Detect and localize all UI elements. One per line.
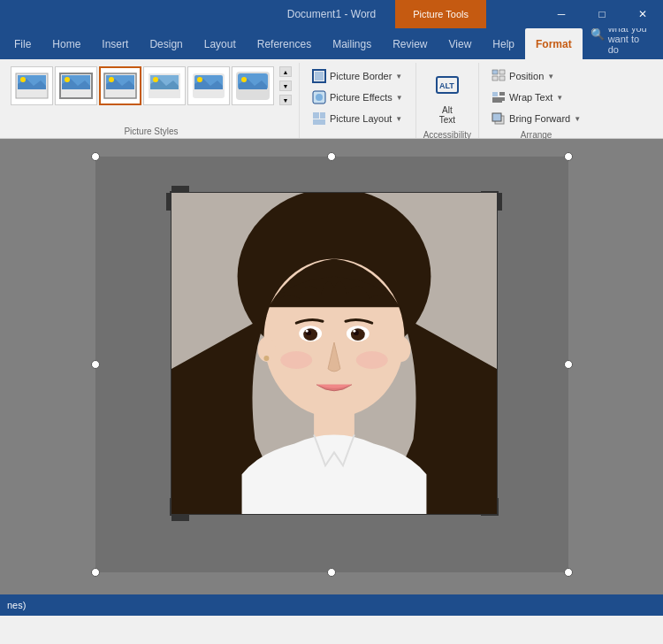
- alt-text-button[interactable]: ALT AltText: [424, 70, 470, 128]
- picture-border-icon: [312, 69, 326, 83]
- tab-layout[interactable]: Layout: [194, 28, 247, 59]
- scroll-down-button[interactable]: ▼: [279, 80, 292, 91]
- accessibility-content: ALT AltText: [424, 66, 470, 128]
- selected-image[interactable]: [171, 192, 498, 515]
- status-bar: nes): [0, 594, 663, 616]
- svg-point-2: [20, 77, 26, 82]
- outer-handle-tr[interactable]: [564, 152, 573, 161]
- tab-file[interactable]: File: [4, 28, 42, 59]
- close-button[interactable]: ✕: [622, 0, 663, 28]
- picture-layout-chevron-icon: ▼: [395, 115, 402, 123]
- document-canvas: [0, 139, 663, 594]
- svg-point-53: [263, 356, 269, 361]
- tab-review[interactable]: Review: [382, 28, 438, 59]
- outer-handle-br[interactable]: [564, 568, 573, 577]
- scroll-more-button[interactable]: ▼: [279, 95, 292, 105]
- style-thumb-4[interactable]: [143, 66, 186, 105]
- position-button[interactable]: Position ▼: [486, 66, 586, 86]
- bring-forward-button[interactable]: Bring Forward ▼: [486, 109, 586, 128]
- svg-point-14: [197, 77, 202, 82]
- style-thumb-6[interactable]: [232, 66, 274, 105]
- svg-text:ALT: ALT: [439, 81, 454, 90]
- svg-rect-31: [492, 92, 498, 96]
- position-icon: [492, 69, 506, 83]
- outer-handle-tl[interactable]: [91, 152, 100, 161]
- document-title: Document1 - Word: [287, 8, 376, 20]
- outer-handle-tm[interactable]: [327, 152, 336, 161]
- tab-design[interactable]: Design: [139, 28, 193, 59]
- svg-point-21: [316, 94, 323, 101]
- tab-references[interactable]: References: [247, 28, 322, 59]
- tab-mailings[interactable]: Mailings: [322, 28, 382, 59]
- wrap-text-chevron-icon: ▼: [556, 94, 563, 102]
- ribbon: ▲ ▼ ▼ Picture Styles Picture Border ▼ Pi…: [0, 59, 663, 139]
- position-chevron-icon: ▼: [547, 73, 554, 80]
- tab-help[interactable]: Help: [482, 28, 525, 59]
- picture-tools-group: Picture Border ▼ Picture Effects ▼ Pictu…: [300, 63, 416, 138]
- tab-home[interactable]: Home: [42, 28, 91, 59]
- wrap-text-label: Wrap Text: [509, 92, 552, 103]
- picture-styles-group: ▲ ▼ ▼ Picture Styles: [4, 63, 300, 138]
- picture-styles-content: ▲ ▼ ▼: [11, 66, 292, 125]
- picture-border-button[interactable]: Picture Border ▼: [307, 66, 408, 86]
- picture-styles-label: Picture Styles: [124, 125, 178, 138]
- svg-rect-22: [313, 112, 319, 119]
- picture-effects-button[interactable]: Picture Effects ▼: [307, 88, 408, 107]
- alt-text-icon: ALT: [435, 73, 460, 104]
- style-scroll-controls: ▲ ▼ ▼: [279, 66, 292, 105]
- svg-point-49: [305, 330, 308, 333]
- picture-layout-button[interactable]: Picture Layout ▼: [307, 109, 408, 128]
- window-controls: ─ □ ✕: [541, 0, 663, 28]
- outer-handle-bm[interactable]: [327, 568, 336, 577]
- svg-rect-24: [313, 119, 325, 125]
- wrap-text-button[interactable]: Wrap Text ▼: [486, 88, 586, 107]
- picture-frame[interactable]: [95, 157, 568, 572]
- outer-handle-mr[interactable]: [564, 360, 573, 369]
- picture-effects-icon: [312, 90, 326, 104]
- svg-rect-19: [315, 72, 324, 80]
- arrange-group: Position ▼ Wrap Text ▼ Bring Forward ▼ A…: [479, 63, 593, 138]
- accessibility-group: ALT AltText Accessibility: [416, 63, 479, 138]
- picture-effects-chevron-icon: ▼: [396, 94, 403, 102]
- outer-handle-ml[interactable]: [91, 360, 100, 369]
- svg-point-8: [109, 77, 114, 82]
- arrange-buttons: Position ▼ Wrap Text ▼ Bring Forward ▼: [486, 66, 586, 128]
- style-thumbnails: [11, 66, 274, 105]
- tab-view[interactable]: View: [438, 28, 483, 59]
- maximize-button[interactable]: □: [582, 0, 622, 28]
- style-thumb-3[interactable]: [99, 66, 141, 105]
- crop-handle-tm[interactable]: [171, 186, 189, 193]
- outer-handle-bl[interactable]: [91, 568, 100, 577]
- ribbon-tab-bar: File Home Insert Design Layout Reference…: [0, 28, 663, 59]
- style-thumb-5[interactable]: [187, 66, 230, 105]
- photo-content: [171, 193, 497, 514]
- svg-point-17: [241, 77, 247, 82]
- status-text: nes): [7, 600, 26, 610]
- svg-point-55: [355, 351, 387, 369]
- svg-rect-38: [492, 113, 501, 121]
- svg-rect-28: [499, 70, 505, 74]
- style-thumb-1[interactable]: [11, 66, 53, 105]
- svg-rect-27: [492, 70, 498, 74]
- picture-effects-label: Picture Effects: [330, 92, 392, 103]
- title-bar: Document1 - Word Picture Tools ─ □ ✕: [0, 0, 663, 28]
- crop-handle-bm[interactable]: [171, 514, 189, 521]
- svg-point-5: [65, 77, 70, 82]
- tab-format[interactable]: Format: [525, 28, 583, 59]
- svg-rect-30: [499, 76, 505, 80]
- svg-rect-29: [492, 76, 498, 80]
- style-thumb-2[interactable]: [55, 66, 97, 105]
- svg-point-54: [280, 351, 312, 369]
- picture-border-chevron-icon: ▼: [395, 73, 402, 80]
- alt-text-label: AltText: [439, 105, 455, 125]
- svg-rect-23: [320, 112, 325, 119]
- scroll-up-button[interactable]: ▲: [279, 66, 292, 77]
- picture-layout-label: Picture Layout: [330, 113, 392, 124]
- tab-insert[interactable]: Insert: [91, 28, 139, 59]
- picture-buttons: Picture Border ▼ Picture Effects ▼ Pictu…: [307, 66, 408, 128]
- bring-forward-label: Bring Forward: [509, 113, 570, 124]
- bring-forward-chevron-icon: ▼: [574, 115, 581, 123]
- minimize-button[interactable]: ─: [541, 0, 582, 28]
- svg-point-52: [392, 337, 410, 362]
- position-label: Position: [509, 71, 544, 81]
